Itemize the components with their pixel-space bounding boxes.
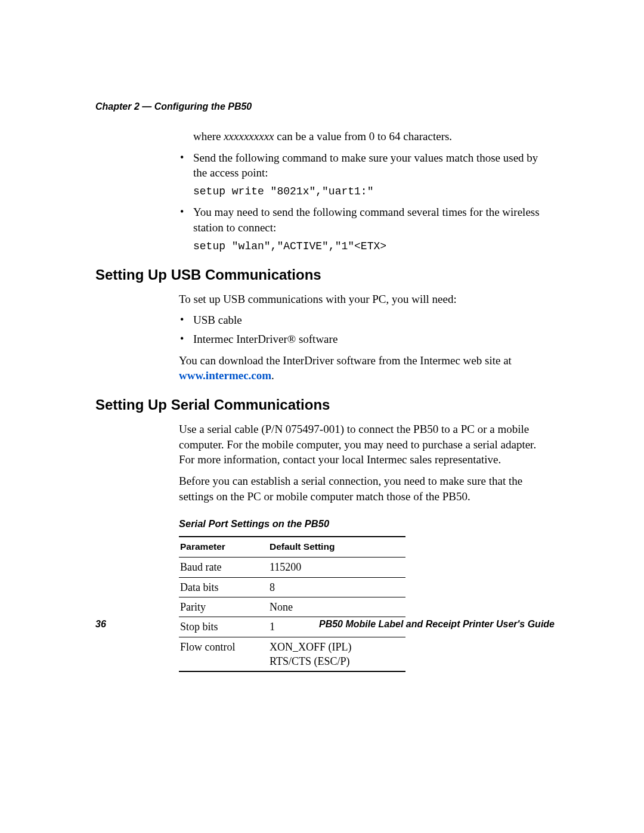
cell-param: Flow control [179,637,268,671]
code-send: setup write "8021x","uart1:" [193,184,549,199]
where-line: where xxxxxxxxxx can be a value from 0 t… [193,129,549,144]
cell-param: Parity [179,597,268,617]
table-caption: Serial Port Settings on the PB50 [179,517,549,530]
body-column: where xxxxxxxxxx can be a value from 0 t… [179,129,549,253]
bullet-interdriver: • Intermec InterDriver® software [179,332,549,347]
cell-param: Baud rate [179,558,268,577]
bullet-usb-cable: • USB cable [179,312,549,328]
footer-title: PB50 Mobile Label and Receipt Printer Us… [319,619,555,630]
usb-section: To set up USB communications with your P… [179,292,549,383]
table-row: Flow control XON_XOFF (IPL) RTS/CTS (ESC… [179,637,405,671]
bullet-text: Send the following command to make sure … [193,150,549,181]
cell-value: XON_XOFF (IPL) RTS/CTS (ESC/P) [268,637,405,671]
serial-settings-table: Parameter Default Setting Baud rate 1152… [179,536,405,672]
bullet-icon: • [179,150,193,181]
page-footer: 36 PB50 Mobile Label and Receipt Printer… [95,619,555,630]
download-suffix: . [271,369,274,382]
table-row: Baud rate 115200 [179,558,405,577]
col-default: Default Setting [268,537,405,557]
cell-value: None [268,597,405,617]
where-var: xxxxxxxxxx [224,130,274,143]
cell-param: Data bits [179,577,268,597]
heading-serial: Setting Up Serial Communications [95,397,555,413]
table-row: Data bits 8 [179,577,405,597]
bullet-icon: • [179,312,193,328]
cell-value: 8 [268,577,405,597]
usb-download: You can download the InterDriver softwar… [179,353,549,383]
code-repeat: setup "wlan","ACTIVE","1"<ETX> [193,239,549,253]
table-header-row: Parameter Default Setting [179,537,405,557]
usb-intro: To set up USB communications with your P… [179,292,549,307]
serial-para1: Use a serial cable (P/N 075497-001) to c… [179,422,549,467]
where-suffix: can be a value from 0 to 64 characters. [274,130,453,143]
running-header: Chapter 2 — Configuring the PB50 [95,101,555,112]
heading-usb: Setting Up USB Communications [95,267,555,283]
col-parameter: Parameter [179,537,268,557]
intermec-link[interactable]: www.intermec.com [179,369,271,382]
where-prefix: where [193,130,224,143]
bullet-icon: • [179,332,193,347]
serial-section: Use a serial cable (P/N 075497-001) to c… [179,422,549,672]
bullet-icon: • [179,205,193,235]
bullet-text: Intermec InterDriver® software [193,332,549,347]
bullet-text: USB cable [193,312,549,328]
bullet-send-command: • Send the following command to make sur… [179,150,549,181]
page-content: Chapter 2 — Configuring the PB50 where x… [95,101,555,672]
bullet-text: You may need to send the following comma… [193,205,549,235]
download-prefix: You can download the InterDriver softwar… [179,354,512,367]
table-row: Parity None [179,597,405,617]
cell-value: 115200 [268,558,405,577]
bullet-repeat-command: • You may need to send the following com… [179,205,549,235]
serial-para2: Before you can establish a serial connec… [179,473,549,504]
page-number: 36 [95,619,106,630]
